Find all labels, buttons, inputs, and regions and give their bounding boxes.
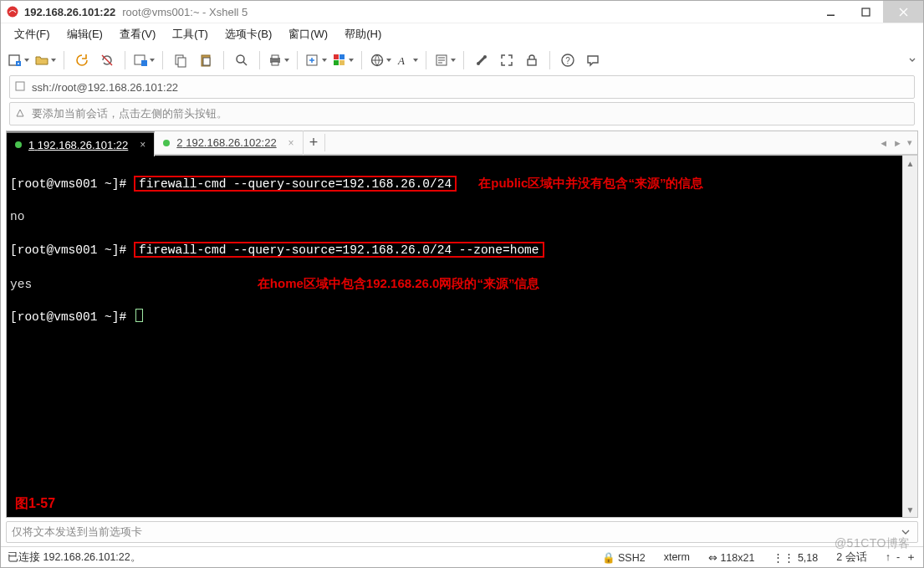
svg-text:?: ? xyxy=(565,56,570,65)
tab-prev-button[interactable]: ◄ xyxy=(879,138,888,148)
session-tab-2-label: 192.168.26.102:22 xyxy=(186,136,276,149)
copy-button[interactable] xyxy=(169,49,192,72)
svg-rect-13 xyxy=(272,55,278,59)
session-tab-1-label: 192.168.26.101:22 xyxy=(38,139,128,151)
toolbar-separator xyxy=(125,51,125,69)
command-highlight: firewall-cmd --query-source=192.168.26.0… xyxy=(134,176,457,192)
tab-list-button[interactable]: ▾ xyxy=(907,137,912,148)
scroll-track[interactable] xyxy=(903,171,917,502)
terminal-scrollbar[interactable]: ▲ ▼ xyxy=(902,156,917,517)
status-dot-connected-icon xyxy=(15,141,22,148)
open-session-button[interactable] xyxy=(33,49,58,72)
help-button[interactable]: ? xyxy=(556,49,579,72)
window-title-sub: root@vms001:~ - Xshell 5 xyxy=(122,6,248,18)
font-button[interactable]: A xyxy=(395,49,420,72)
prompt: [root@vms001 ~]# xyxy=(10,177,134,191)
svg-rect-14 xyxy=(272,62,278,65)
menu-file[interactable]: 文件(F) xyxy=(6,25,59,43)
status-sessions: 2 会话 xyxy=(836,550,866,565)
paste-button[interactable] xyxy=(194,49,217,72)
svg-text:A: A xyxy=(397,54,405,67)
menu-tools[interactable]: 工具(T) xyxy=(164,25,217,43)
menu-help[interactable]: 帮助(H) xyxy=(336,25,390,43)
fullscreen-button[interactable] xyxy=(495,49,518,72)
svg-point-24 xyxy=(483,55,487,59)
menu-tabs[interactable]: 选项卡(B) xyxy=(217,25,280,43)
window-maximize-button[interactable] xyxy=(848,1,883,23)
prompt: [root@vms001 ~]# xyxy=(10,310,134,324)
window-controls xyxy=(813,1,923,23)
session-tab-1[interactable]: 1 192.168.26.101:22 × xyxy=(7,131,155,156)
properties-button[interactable] xyxy=(131,49,156,72)
toolbar-overflow-button[interactable] xyxy=(906,54,918,66)
menu-view[interactable]: 查看(V) xyxy=(111,25,164,43)
toolbar-separator xyxy=(64,51,64,69)
toolbar-separator xyxy=(426,51,426,69)
annotation-home: 在home区域中包含192.168.26.0网段的“来源”信息 xyxy=(258,276,540,290)
toolbar-separator xyxy=(297,51,298,69)
toolbar-separator xyxy=(463,51,464,69)
svg-rect-17 xyxy=(339,54,345,59)
tools-button[interactable] xyxy=(470,49,493,72)
terminal-cursor xyxy=(135,309,143,322)
lock-button[interactable] xyxy=(520,49,544,72)
tab-nav-buttons: ◄ ► ▾ xyxy=(874,137,917,148)
send-target-dropdown[interactable] xyxy=(899,525,912,539)
svg-rect-16 xyxy=(334,54,339,59)
script-button[interactable] xyxy=(432,49,457,72)
svg-rect-18 xyxy=(334,60,339,65)
session-tab-2[interactable]: 2 192.168.26.102:22 × xyxy=(155,130,303,156)
app-window: 192.168.26.101:22 root@vms001:~ - Xshell… xyxy=(0,0,924,568)
status-size: ⇔ 118x21 xyxy=(708,551,755,564)
hint-add-icon[interactable] xyxy=(15,108,27,120)
svg-rect-6 xyxy=(141,60,147,66)
window-close-button[interactable] xyxy=(883,1,923,23)
send-input[interactable]: 仅将文本发送到当前选项卡 xyxy=(6,521,918,543)
status-lock-icon: 🔒 SSH2 xyxy=(602,551,646,564)
toolbar-separator xyxy=(549,51,550,69)
new-session-button[interactable] xyxy=(6,49,31,72)
prompt: [root@vms001 ~]# xyxy=(10,243,134,257)
terminal[interactable]: [root@vms001 ~]# firewall-cmd --query-so… xyxy=(7,156,902,517)
status-term: xterm xyxy=(664,551,690,563)
scroll-down-icon[interactable]: ▼ xyxy=(903,502,917,517)
status-cursor: ⋮⋮ 5,18 xyxy=(773,551,818,564)
session-tabs: 1 192.168.26.101:22 × 2 192.168.26.102:2… xyxy=(6,130,918,156)
svg-point-0 xyxy=(8,7,18,18)
scroll-up-icon[interactable]: ▲ xyxy=(903,156,917,171)
toolbar-separator xyxy=(223,51,224,69)
window-minimize-button[interactable] xyxy=(813,1,848,23)
status-dot-connected-icon xyxy=(163,140,170,146)
main-toolbar: A ? xyxy=(1,45,923,75)
reconnect-button[interactable] xyxy=(70,49,94,72)
tab-close-icon[interactable]: × xyxy=(140,139,145,151)
svg-rect-19 xyxy=(339,60,345,65)
toolbar-separator xyxy=(259,51,260,69)
svg-rect-8 xyxy=(178,58,186,67)
scheme-button[interactable] xyxy=(330,49,355,72)
find-button[interactable] xyxy=(230,49,253,72)
tab-next-button[interactable]: ► xyxy=(893,138,902,148)
svg-point-23 xyxy=(477,62,480,65)
address-bar[interactable]: ssh://root@192.168.26.101:22 xyxy=(9,75,915,99)
send-input-placeholder: 仅将文本发送到当前选项卡 xyxy=(12,525,142,540)
window-title-main: 192.168.26.101:22 xyxy=(24,6,115,18)
svg-rect-10 xyxy=(203,58,210,65)
new-tab-button[interactable]: + xyxy=(304,134,325,151)
menu-edit[interactable]: 编辑(E) xyxy=(59,25,111,43)
menu-window[interactable]: 窗口(W) xyxy=(280,25,336,43)
session-link-icon xyxy=(15,81,27,94)
print-button[interactable] xyxy=(266,49,291,72)
encoding-button[interactable] xyxy=(368,49,393,72)
figure-label: 图1-57 xyxy=(15,495,55,512)
file-transfer-button[interactable] xyxy=(304,49,329,72)
menubar: 文件(F) 编辑(E) 查看(V) 工具(T) 选项卡(B) 窗口(W) 帮助(… xyxy=(1,23,923,45)
feedback-button[interactable] xyxy=(581,49,605,72)
svg-point-11 xyxy=(237,55,244,63)
svg-rect-25 xyxy=(528,59,536,65)
svg-rect-28 xyxy=(16,82,24,90)
tab-close-icon[interactable]: × xyxy=(288,137,294,149)
annotation-public: 在public区域中并没有包含“来源”的信息 xyxy=(478,176,703,190)
disconnect-button[interactable] xyxy=(95,49,119,72)
svg-rect-2 xyxy=(862,8,870,16)
